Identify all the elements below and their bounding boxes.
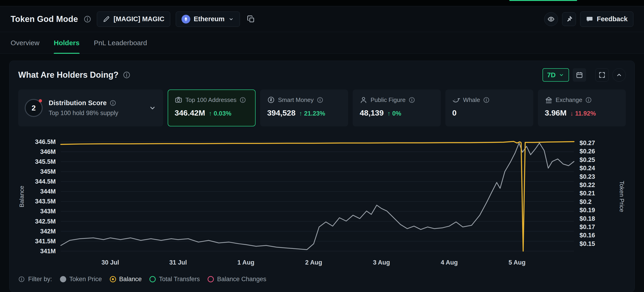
distribution-score-title: Distribution Score [49, 99, 106, 107]
svg-text:341M: 341M [40, 248, 56, 255]
filter-token-price[interactable]: Token Price [60, 276, 102, 283]
stat-label: Exchange [556, 96, 582, 104]
alert-dot [39, 99, 42, 102]
stat-label: Smart Money [278, 96, 314, 104]
pin-button[interactable] [562, 12, 576, 26]
info-icon[interactable] [585, 97, 592, 103]
token-selector-button[interactable]: [MAGIC] MAGIC [97, 12, 170, 27]
panel-title: What Are Holders Doing? [18, 70, 118, 80]
tab-pnl-leaderboard[interactable]: PnL Leaderboard [94, 32, 147, 54]
svg-text:342.5M: 342.5M [35, 218, 56, 225]
panel-header: What Are Holders Doing? 7D [18, 68, 626, 82]
distribution-score-subtitle: Top 100 hold 98% supply [49, 110, 118, 117]
info-icon[interactable] [408, 97, 415, 103]
chain-selector-label: Ethereum [194, 15, 225, 23]
svg-text:346M: 346M [40, 148, 56, 155]
info-icon[interactable] [483, 97, 490, 103]
info-icon[interactable] [123, 71, 130, 79]
filter-by-label: Filter by: [28, 276, 52, 283]
svg-text:345.5M: 345.5M [35, 158, 56, 165]
info-icon[interactable] [110, 100, 116, 106]
token-price-swatch [60, 276, 66, 282]
svg-text:344M: 344M [40, 188, 56, 195]
stat-change: ↑ 0% [387, 110, 401, 117]
svg-text:31 Jul: 31 Jul [169, 259, 187, 266]
info-icon[interactable] [84, 15, 91, 23]
svg-text:Token Price: Token Price [619, 181, 625, 212]
svg-text:$0.22: $0.22 [580, 182, 595, 188]
svg-text:346.5M: 346.5M [35, 138, 56, 145]
svg-text:4 Aug: 4 Aug [441, 259, 458, 266]
watch-button[interactable] [544, 12, 558, 26]
svg-text:$0.25: $0.25 [580, 156, 595, 163]
filter-legend: Filter by: Token Price Balance Total Tra… [18, 276, 626, 283]
top-strip [0, 0, 644, 6]
distribution-score-text: Distribution Score Top 100 hold 98% supp… [49, 99, 118, 117]
smart-money-icon [267, 96, 275, 104]
page: Token God Mode [MAGIC] MAGIC Ethereum [0, 0, 644, 292]
filter-balance-changes[interactable]: Balance Changes [208, 276, 266, 283]
svg-text:$0.23: $0.23 [580, 173, 595, 180]
info-icon[interactable] [18, 276, 25, 282]
stat-change: ↓ 11.92% [570, 110, 596, 117]
balance-changes-swatch [208, 276, 214, 282]
stat-card-whale[interactable]: Whale 0 [446, 90, 533, 126]
holders-chart[interactable]: 346.5M346M345.5M345M344.5M344M343.5M343M… [18, 132, 626, 270]
svg-text:$0.19: $0.19 [580, 207, 595, 214]
svg-text:344.5M: 344.5M [35, 178, 56, 185]
public-figure-icon [360, 96, 368, 104]
svg-text:343M: 343M [40, 208, 56, 215]
stat-card-top-100-addresses[interactable]: Top 100 Addresses 346.42M ↑ 0.03% [168, 90, 256, 126]
svg-text:341.5M: 341.5M [35, 238, 56, 245]
stat-card-smart-money[interactable]: Smart Money 394,528 ↑ 21.23% [260, 90, 348, 126]
time-range-label: 7D [547, 71, 556, 79]
info-icon[interactable] [317, 97, 324, 103]
stat-label: Whale [463, 96, 480, 104]
chevron-down-icon[interactable] [148, 104, 156, 112]
calendar-button[interactable] [573, 68, 586, 82]
fullscreen-button[interactable] [595, 68, 609, 82]
svg-text:343.5M: 343.5M [35, 198, 56, 205]
eye-icon [547, 16, 555, 23]
svg-text:5 Aug: 5 Aug [508, 259, 526, 266]
header: Token God Mode [MAGIC] MAGIC Ethereum [0, 6, 644, 32]
holders-panel: What Are Holders Doing? 7D [9, 61, 635, 292]
stat-value: 394,528 [267, 108, 296, 118]
feedback-button[interactable]: Feedback [580, 12, 634, 27]
tab-overview[interactable]: Overview [10, 32, 40, 54]
stat-value: 3.96M [545, 108, 567, 118]
filter-balance[interactable]: Balance [110, 276, 142, 283]
svg-text:1 Aug: 1 Aug [237, 259, 254, 266]
info-icon[interactable] [240, 97, 246, 103]
svg-text:$0.27: $0.27 [580, 140, 595, 146]
tab-holders[interactable]: Holders [54, 32, 80, 54]
distribution-score-card[interactable]: 2 Distribution Score Top 100 hold 98% su… [18, 90, 163, 126]
whale-icon [452, 96, 460, 104]
svg-text:$0.2: $0.2 [580, 198, 592, 205]
stat-label: Public Figure [370, 96, 406, 104]
feedback-label: Feedback [597, 15, 628, 23]
chain-selector-button[interactable]: Ethereum [176, 12, 240, 27]
svg-text:Balance: Balance [18, 186, 25, 207]
copy-address-button[interactable] [246, 14, 256, 25]
pin-icon [565, 16, 573, 23]
token-selector-label: [MAGIC] MAGIC [114, 15, 164, 23]
loading-bar [509, 0, 577, 1]
svg-text:345M: 345M [40, 168, 56, 175]
stat-change: ↑ 0.03% [209, 110, 231, 117]
header-actions: Feedback [544, 12, 634, 27]
tab-bar: Overview Holders PnL Leaderboard [0, 32, 644, 54]
chevron-down-icon [558, 72, 564, 78]
svg-text:$0.26: $0.26 [580, 148, 595, 155]
stat-card-public-figure[interactable]: Public Figure 48,139 ↑ 0% [353, 90, 440, 126]
filter-total-transfers[interactable]: Total Transfers [150, 276, 200, 283]
total-transfers-swatch [150, 276, 156, 282]
collapse-button[interactable] [612, 68, 626, 82]
time-range-selector[interactable]: 7D [542, 68, 569, 82]
svg-text:$0.18: $0.18 [580, 215, 595, 222]
chat-icon [586, 16, 593, 23]
exchange-icon [545, 96, 553, 104]
svg-text:$0.16: $0.16 [580, 232, 595, 239]
stat-card-exchange[interactable]: Exchange 3.96M ↓ 11.92% [538, 90, 626, 126]
ethereum-icon [182, 15, 190, 24]
